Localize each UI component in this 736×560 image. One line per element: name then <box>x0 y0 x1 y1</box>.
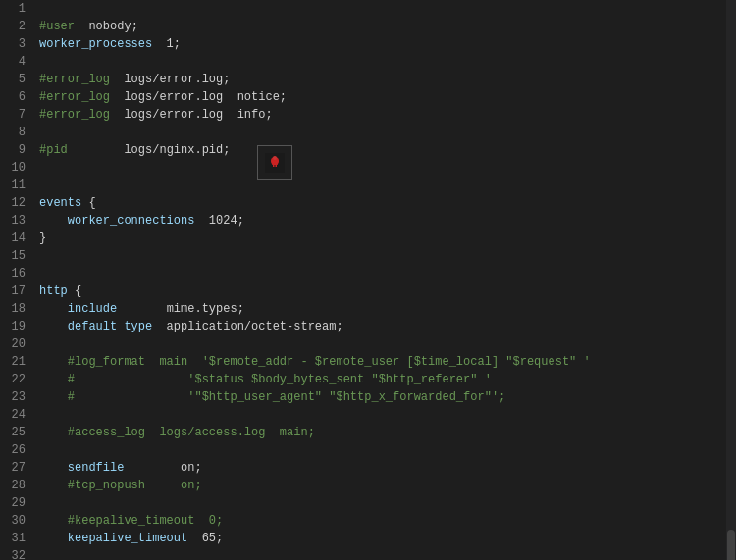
line-number-22: 22 <box>0 371 26 388</box>
code-line-1 <box>39 0 736 18</box>
code-line-10 <box>39 159 736 177</box>
line-number-12: 12 <box>0 194 26 212</box>
line-number-30: 30 <box>0 512 26 530</box>
code-line-8 <box>39 124 736 141</box>
code-line-19: default_type application/octet-stream; <box>39 318 736 335</box>
line-number-31: 31 <box>0 530 26 547</box>
code-line-25: #access_log logs/access.log main; <box>39 424 736 441</box>
line-number-6: 6 <box>0 88 26 106</box>
line-number-7: 7 <box>0 106 26 124</box>
line-number-23: 23 <box>0 388 26 406</box>
line-number-27: 27 <box>0 459 26 477</box>
code-line-32 <box>39 547 736 560</box>
hover-popup <box>257 145 292 180</box>
code-line-23: # '"$http_user_agent" "$http_x_forwarded… <box>39 388 736 406</box>
line-number-13: 13 <box>0 212 26 229</box>
line-numbers: 1234567891011121314151617181920212223242… <box>0 0 31 560</box>
line-number-25: 25 <box>0 424 26 441</box>
line-number-1: 1 <box>0 0 26 18</box>
line-number-3: 3 <box>0 35 26 53</box>
code-line-2: #user nobody; <box>39 18 736 35</box>
code-line-6: #error_log logs/error.log notice; <box>39 88 736 106</box>
code-line-4 <box>39 53 736 71</box>
svg-rect-3 <box>272 160 278 165</box>
svg-point-2 <box>273 156 277 160</box>
line-number-19: 19 <box>0 318 26 335</box>
line-number-10: 10 <box>0 159 26 177</box>
code-line-31: keepalive_timeout 65; <box>39 530 736 547</box>
code-line-21: #log_format main '$remote_addr - $remote… <box>39 353 736 371</box>
code-line-28: #tcp_nopush on; <box>39 477 736 494</box>
line-number-32: 32 <box>0 547 26 560</box>
line-number-14: 14 <box>0 229 26 247</box>
line-number-20: 20 <box>0 335 26 353</box>
code-line-12: events { <box>39 194 736 212</box>
line-number-8: 8 <box>0 124 26 141</box>
line-number-18: 18 <box>0 300 26 318</box>
code-line-17: http { <box>39 282 736 300</box>
code-line-14: } <box>39 229 736 247</box>
code-line-27: sendfile on; <box>39 459 736 477</box>
line-number-9: 9 <box>0 141 26 159</box>
svg-rect-4 <box>273 164 275 167</box>
line-number-5: 5 <box>0 71 26 88</box>
popup-icon <box>265 153 285 173</box>
line-number-28: 28 <box>0 477 26 494</box>
line-number-21: 21 <box>0 353 26 371</box>
code-line-30: #keepalive_timeout 0; <box>39 512 736 530</box>
code-line-9: #pid logs/nginx.pid; <box>39 141 736 159</box>
line-number-11: 11 <box>0 177 26 194</box>
code-line-29 <box>39 494 736 512</box>
line-number-26: 26 <box>0 441 26 459</box>
code-line-15 <box>39 247 736 265</box>
code-line-3: worker_processes 1; <box>39 35 736 53</box>
code-line-7: #error_log logs/error.log info; <box>39 106 736 124</box>
code-line-13: worker_connections 1024; <box>39 212 736 229</box>
code-line-22: # '$status $body_bytes_sent "$http_refer… <box>39 371 736 388</box>
line-number-24: 24 <box>0 406 26 424</box>
code-line-16 <box>39 265 736 282</box>
code-line-26 <box>39 441 736 459</box>
line-number-16: 16 <box>0 265 26 282</box>
code-line-24 <box>39 406 736 424</box>
scrollbar-y[interactable] <box>726 0 736 560</box>
code-line-20 <box>39 335 736 353</box>
code-line-5: #error_log logs/error.log; <box>39 71 736 88</box>
svg-rect-5 <box>276 164 278 167</box>
line-number-2: 2 <box>0 18 26 35</box>
code-line-18: include mime.types; <box>39 300 736 318</box>
line-number-29: 29 <box>0 494 26 512</box>
code-line-11 <box>39 177 736 194</box>
scrollbar-thumb[interactable] <box>727 530 735 560</box>
editor-container: 1234567891011121314151617181920212223242… <box>0 0 736 560</box>
line-number-15: 15 <box>0 247 26 265</box>
code-area[interactable]: #user nobody;worker_processes 1; #error_… <box>31 0 736 560</box>
line-number-4: 4 <box>0 53 26 71</box>
line-number-17: 17 <box>0 282 26 300</box>
